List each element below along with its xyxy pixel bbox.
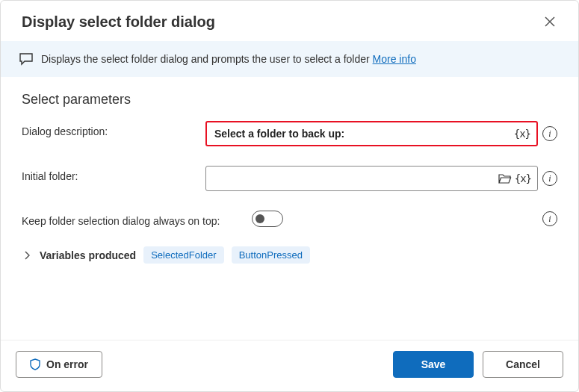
expand-chevron[interactable]: [22, 251, 32, 260]
info-text-content: Displays the select folder dialog and pr…: [41, 53, 370, 65]
label-always-on-top: Keep folder selection dialog always on t…: [22, 211, 246, 227]
info-text: Displays the select folder dialog and pr…: [41, 53, 416, 65]
folder-open-icon[interactable]: [497, 170, 513, 187]
dialog: Display select folder dialog Displays th…: [0, 0, 579, 392]
on-error-button[interactable]: On error: [16, 351, 102, 378]
dialog-footer: On error Save Cancel: [1, 340, 578, 391]
on-error-label: On error: [46, 358, 88, 370]
dialog-header: Display select folder dialog: [1, 1, 578, 41]
variable-chip[interactable]: SelectedFolder: [143, 246, 223, 264]
input-dialog-description[interactable]: Select a folder to back up: {x}: [205, 121, 538, 146]
toggle-always-on-top[interactable]: [252, 211, 283, 227]
field-dialog-description: Dialog description: Select a folder to b…: [22, 121, 557, 146]
cancel-label: Cancel: [506, 358, 540, 370]
field-initial-folder: Initial folder: {x} i: [22, 166, 557, 191]
more-info-link[interactable]: More info: [373, 53, 416, 65]
variable-picker-icon[interactable]: {x}: [513, 172, 533, 184]
close-icon: [545, 16, 555, 27]
dialog-body: Select parameters Dialog description: Se…: [1, 77, 578, 340]
info-bar: Displays the select folder dialog and pr…: [1, 41, 578, 77]
info-icon[interactable]: i: [542, 171, 557, 186]
info-icon[interactable]: i: [542, 126, 557, 141]
cancel-button[interactable]: Cancel: [483, 351, 563, 378]
save-button[interactable]: Save: [393, 351, 474, 378]
input-initial-folder[interactable]: {x}: [205, 166, 538, 191]
label-dialog-description: Dialog description:: [22, 121, 199, 137]
label-initial-folder: Initial folder:: [22, 166, 199, 182]
variables-produced: Variables produced SelectedFolder Button…: [22, 246, 557, 264]
toggle-thumb: [256, 214, 264, 223]
section-title: Select parameters: [22, 92, 557, 108]
field-always-on-top: Keep folder selection dialog always on t…: [22, 211, 557, 227]
info-icon[interactable]: i: [542, 211, 557, 226]
chevron-right-icon: [24, 251, 30, 260]
close-button[interactable]: [539, 11, 560, 32]
dialog-title: Display select folder dialog: [22, 13, 215, 31]
comment-icon: [19, 52, 34, 66]
variable-picker-icon[interactable]: {x}: [513, 128, 532, 140]
shield-icon: [30, 358, 40, 370]
input-value: Select a folder to back up:: [214, 128, 513, 140]
variables-label: Variables produced: [40, 249, 136, 261]
variable-chip[interactable]: ButtonPressed: [232, 246, 310, 264]
save-label: Save: [421, 358, 446, 370]
